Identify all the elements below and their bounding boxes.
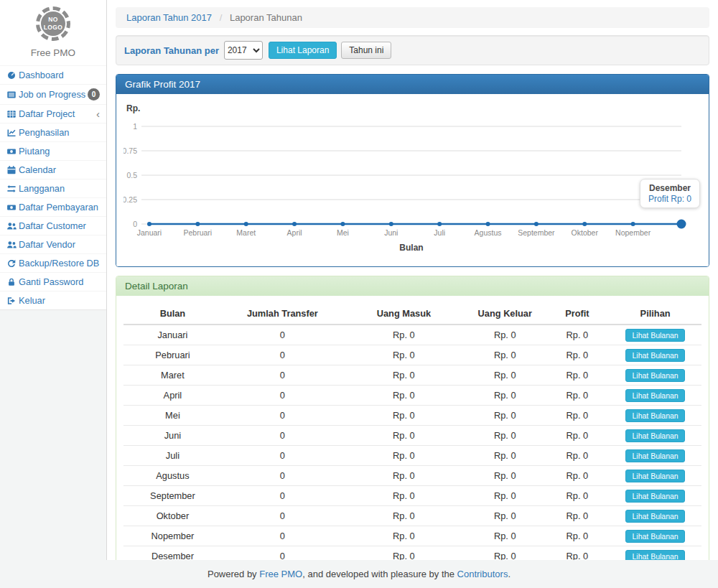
year-select[interactable]: 2017 bbox=[224, 41, 263, 60]
sidebar-item-backup-restore-db[interactable]: Backup/Restore DB bbox=[0, 253, 106, 272]
cell-pilihan: Lihat Bulanan bbox=[609, 426, 701, 446]
lihat-bulanan-button[interactable]: Lihat Bulanan bbox=[625, 329, 684, 342]
sidebar-item-daftar-vendor[interactable]: Daftar Vendor bbox=[0, 235, 106, 253]
users-icon bbox=[6, 240, 19, 250]
sidebar-item-job-on-progress[interactable]: Job on Progress0 bbox=[0, 84, 106, 104]
sidebar-item-piutang[interactable]: Piutang bbox=[0, 141, 106, 160]
sidebar-item-label: Daftar Pembayaran bbox=[19, 202, 98, 213]
footer-text-suffix: . bbox=[508, 569, 510, 579]
sidebar-item-label: Calendar bbox=[19, 164, 56, 175]
sidebar-item-keluar[interactable]: Keluar bbox=[0, 291, 106, 309]
sidebar-panel: NO LOGO Free PMO DashboardJob on Progres… bbox=[0, 0, 106, 310]
cell-pilihan: Lihat Bulanan bbox=[609, 486, 701, 506]
lihat-bulanan-button[interactable]: Lihat Bulanan bbox=[625, 349, 684, 362]
svg-text:Juni: Juni bbox=[384, 228, 398, 237]
sidebar-item-label: Penghasilan bbox=[19, 127, 69, 138]
svg-text:Juli: Juli bbox=[434, 228, 445, 237]
breadcrumb-current: Laporan Tahunan bbox=[230, 12, 302, 23]
lihat-bulanan-button[interactable]: Lihat Bulanan bbox=[625, 369, 684, 382]
lihat-laporan-button[interactable]: Lihat Laporan bbox=[269, 42, 337, 59]
sidebar-item-calendar[interactable]: Calendar bbox=[0, 160, 106, 179]
sidebar-item-label: Piutang bbox=[19, 146, 50, 157]
cell-bulan: Juli bbox=[123, 446, 222, 466]
cell-uang-masuk: Rp. 0 bbox=[343, 486, 465, 506]
column-header-uang-masuk: Uang Masuk bbox=[343, 303, 465, 325]
lihat-bulanan-button[interactable]: Lihat Bulanan bbox=[625, 490, 684, 503]
footer-link-contributors[interactable]: Contributors bbox=[457, 569, 508, 579]
cell-profit: Rp. 0 bbox=[546, 406, 610, 426]
svg-text:Nopember: Nopember bbox=[615, 228, 651, 237]
lihat-bulanan-button[interactable]: Lihat Bulanan bbox=[625, 510, 684, 523]
cell-profit: Rp. 0 bbox=[546, 466, 610, 486]
svg-text:Oktober: Oktober bbox=[572, 228, 599, 237]
breadcrumb-link[interactable]: Laporan Tahun 2017 bbox=[126, 12, 212, 23]
cell-jumlah-transfer: 0 bbox=[222, 466, 343, 486]
lihat-bulanan-button[interactable]: Lihat Bulanan bbox=[625, 429, 684, 442]
users-icon bbox=[6, 221, 19, 231]
brand-name: Free PMO bbox=[0, 47, 106, 58]
badge-count: 0 bbox=[88, 88, 100, 101]
cell-uang-keluar: Rp. 0 bbox=[465, 526, 546, 546]
profit-line-chart: Rp.00.250.50.751JanuariPebruariMaretApri… bbox=[123, 101, 701, 259]
lihat-bulanan-button[interactable]: Lihat Bulanan bbox=[625, 530, 684, 543]
cell-jumlah-transfer: 0 bbox=[222, 486, 343, 506]
cell-bulan: April bbox=[123, 386, 222, 406]
lihat-bulanan-button[interactable]: Lihat Bulanan bbox=[625, 389, 684, 402]
table-row: Pebruari0Rp. 0Rp. 0Rp. 0Lihat Bulanan bbox=[123, 345, 701, 365]
cell-uang-keluar: Rp. 0 bbox=[465, 506, 546, 526]
sidebar-item-daftar-customer[interactable]: Daftar Customer bbox=[0, 216, 106, 235]
app-layout: NO LOGO Free PMO DashboardJob on Progres… bbox=[0, 0, 718, 560]
cell-profit: Rp. 0 bbox=[546, 526, 610, 546]
table-row: Juni0Rp. 0Rp. 0Rp. 0Lihat Bulanan bbox=[123, 426, 701, 446]
svg-text:Agustus: Agustus bbox=[475, 228, 502, 237]
cell-uang-keluar: Rp. 0 bbox=[465, 486, 546, 506]
table-row: Desember0Rp. 0Rp. 0Rp. 0Lihat Bulanan bbox=[123, 546, 701, 561]
svg-text:September: September bbox=[518, 228, 555, 237]
exchange-icon bbox=[6, 184, 19, 194]
no-logo-text: NO LOGO bbox=[42, 16, 64, 31]
cell-profit: Rp. 0 bbox=[546, 325, 610, 345]
cell-pilihan: Lihat Bulanan bbox=[609, 526, 701, 546]
cell-bulan: Juni bbox=[123, 426, 222, 446]
cell-bulan: Oktober bbox=[123, 506, 222, 526]
lihat-bulanan-button[interactable]: Lihat Bulanan bbox=[625, 470, 684, 482]
sidebar-item-label: Daftar Project bbox=[19, 108, 75, 119]
sidebar-item-ganti-password[interactable]: Ganti Password bbox=[0, 272, 106, 291]
sidebar-item-daftar-project[interactable]: Daftar Project‹ bbox=[0, 104, 106, 123]
cell-profit: Rp. 0 bbox=[546, 386, 610, 406]
svg-text:Maret: Maret bbox=[236, 228, 256, 237]
cell-bulan: Nopember bbox=[123, 526, 222, 546]
no-logo-badge: NO LOGO bbox=[36, 6, 70, 41]
footer: Powered by Free PMO, and developed with … bbox=[0, 560, 718, 588]
money-icon bbox=[6, 202, 19, 213]
table-row: Nopember0Rp. 0Rp. 0Rp. 0Lihat Bulanan bbox=[123, 526, 701, 546]
lihat-bulanan-button[interactable]: Lihat Bulanan bbox=[625, 550, 684, 561]
cell-uang-keluar: Rp. 0 bbox=[465, 325, 546, 345]
sidebar-item-dashboard[interactable]: Dashboard bbox=[0, 65, 106, 84]
chevron-left-icon: ‹ bbox=[96, 111, 100, 118]
cell-profit: Rp. 0 bbox=[546, 486, 610, 506]
cell-uang-keluar: Rp. 0 bbox=[465, 426, 546, 446]
footer-link-freepmo[interactable]: Free PMO bbox=[259, 569, 302, 579]
svg-text:Pebruari: Pebruari bbox=[184, 228, 213, 237]
svg-text:Bulan: Bulan bbox=[399, 243, 423, 253]
sidebar-item-penghasilan[interactable]: Penghasilan bbox=[0, 123, 106, 141]
tahun-ini-button[interactable]: Tahun ini bbox=[341, 42, 391, 59]
cell-bulan: Desember bbox=[123, 546, 222, 561]
cell-bulan: Januari bbox=[123, 325, 222, 345]
cell-jumlah-transfer: 0 bbox=[222, 406, 343, 426]
svg-text:0: 0 bbox=[133, 220, 137, 228]
sidebar-item-daftar-pembayaran[interactable]: Daftar Pembayaran bbox=[0, 197, 106, 216]
lihat-bulanan-button[interactable]: Lihat Bulanan bbox=[625, 449, 684, 462]
lihat-bulanan-button[interactable]: Lihat Bulanan bbox=[625, 409, 684, 422]
cell-uang-keluar: Rp. 0 bbox=[465, 365, 546, 386]
sidebar-item-langganan[interactable]: Langganan bbox=[0, 179, 106, 197]
cell-jumlah-transfer: 0 bbox=[222, 386, 343, 406]
svg-text:Januari: Januari bbox=[137, 228, 162, 237]
column-header-jumlah-transfer: Jumlah Transfer bbox=[222, 303, 343, 325]
cell-pilihan: Lihat Bulanan bbox=[609, 466, 701, 486]
cell-jumlah-transfer: 0 bbox=[222, 526, 343, 546]
table-row: Oktober0Rp. 0Rp. 0Rp. 0Lihat Bulanan bbox=[123, 506, 701, 526]
table-row: Agustus0Rp. 0Rp. 0Rp. 0Lihat Bulanan bbox=[123, 466, 701, 486]
cell-bulan: Pebruari bbox=[123, 345, 222, 365]
